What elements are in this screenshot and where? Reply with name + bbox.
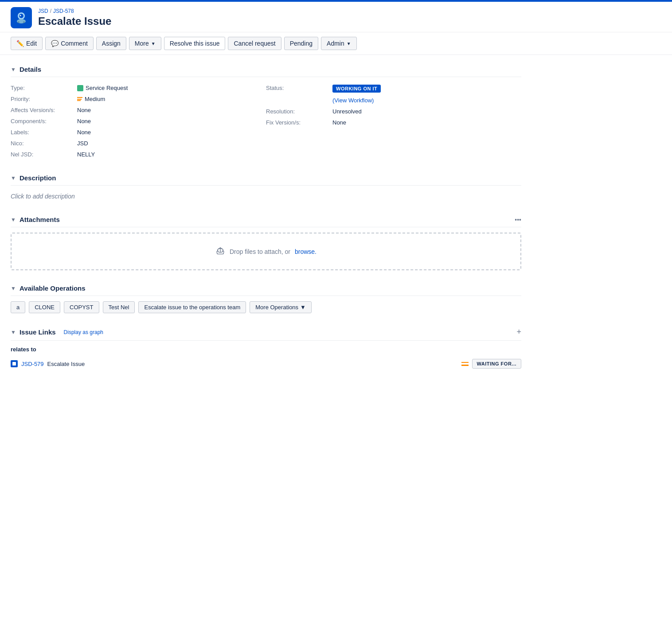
description-header: ▼ Description bbox=[11, 171, 521, 186]
ops-title: Available Operations bbox=[20, 284, 86, 292]
more-chevron-icon: ▼ bbox=[151, 41, 156, 46]
waiting-status-badge: WAITING FOR... bbox=[472, 359, 522, 369]
svg-point-2 bbox=[20, 15, 21, 16]
linked-issue-row: JSD-579 Escalate Issue WAITING FOR... bbox=[11, 356, 521, 371]
svg-point-5 bbox=[23, 21, 25, 23]
description-title: Description bbox=[20, 174, 56, 182]
display-graph-link[interactable]: Display as graph bbox=[64, 329, 103, 335]
view-workflow-link[interactable]: (View Workflow) bbox=[332, 97, 374, 104]
details-right-col: Status: WORKING ON IT (View Workflow) Re… bbox=[266, 82, 521, 160]
page-title: Escalate Issue bbox=[38, 15, 111, 27]
pending-button[interactable]: Pending bbox=[284, 37, 318, 50]
attachments-more-icon[interactable]: ••• bbox=[515, 216, 521, 223]
svg-point-1 bbox=[19, 14, 23, 18]
description-toggle[interactable]: ▼ bbox=[11, 175, 16, 181]
op-escalate-button[interactable]: Escalate issue to the operations team bbox=[138, 301, 246, 313]
linked-issue-status: WAITING FOR... bbox=[461, 359, 522, 369]
issue-links-title: Issue Links bbox=[20, 328, 56, 336]
toolbar: ✏️ Edit 💬 Comment Assign More ▼ Resolve … bbox=[0, 32, 672, 55]
add-link-button[interactable]: + bbox=[516, 327, 521, 337]
cancel-request-button[interactable]: Cancel request bbox=[228, 37, 281, 50]
linked-issue-summary: Escalate Issue bbox=[47, 361, 85, 367]
ops-buttons: a CLONE COPYST Test Nel Escalate issue t… bbox=[11, 301, 521, 313]
op-clone-button[interactable]: CLONE bbox=[29, 301, 60, 313]
details-section: ▼ Details Type: Service Request Priority… bbox=[11, 62, 521, 160]
project-avatar bbox=[11, 7, 32, 28]
details-left-col: Type: Service Request Priority: Medium bbox=[11, 82, 266, 160]
comment-button[interactable]: 💬 Comment bbox=[45, 37, 94, 50]
project-link[interactable]: JSD bbox=[38, 8, 48, 14]
breadcrumb-separator: / bbox=[50, 8, 51, 14]
resolution-row: Resolution: Unresolved bbox=[266, 106, 521, 117]
priority-icon bbox=[77, 97, 82, 101]
status-badge: WORKING ON IT bbox=[332, 85, 381, 93]
edit-button[interactable]: ✏️ Edit bbox=[11, 37, 43, 50]
details-toggle[interactable]: ▼ bbox=[11, 66, 16, 73]
workflow-row: (View Workflow) bbox=[266, 95, 521, 106]
fix-version-row: Fix Version/s: None bbox=[266, 117, 521, 128]
op-a-button[interactable]: a bbox=[11, 301, 25, 313]
issue-links-toggle[interactable]: ▼ bbox=[11, 329, 16, 335]
attachments-dropzone[interactable]: Drop files to attach, or browse. bbox=[11, 233, 521, 270]
issue-links-header: ▼ Issue Links Display as graph + bbox=[11, 324, 521, 341]
nel-jsd-row: Nel JSD: NELLY bbox=[11, 149, 266, 160]
more-operations-button[interactable]: More Operations ▼ bbox=[250, 301, 312, 313]
edit-icon: ✏️ bbox=[16, 40, 24, 47]
status-row: Status: WORKING ON IT bbox=[266, 82, 521, 95]
details-title: Details bbox=[20, 66, 41, 73]
available-ops-header: ▼ Available Operations bbox=[11, 281, 521, 296]
page-header: JSD / JSD-578 Escalate Issue bbox=[0, 2, 672, 32]
affects-versions-row: Affects Version/s: None bbox=[11, 105, 266, 116]
op-testnel-button[interactable]: Test Nel bbox=[103, 301, 135, 313]
drop-text: Drop files to attach, or bbox=[230, 248, 290, 255]
nico-row: Nico: JSD bbox=[11, 138, 266, 149]
priority-row: Priority: Medium bbox=[11, 93, 266, 105]
issue-links-section: ▼ Issue Links Display as graph + relates… bbox=[11, 324, 521, 371]
resolve-button[interactable]: Resolve this issue bbox=[164, 37, 226, 50]
attachments-section: ▼ Attachments ••• Drop files to attach, … bbox=[11, 212, 521, 270]
linked-issue-key[interactable]: JSD-579 bbox=[21, 361, 44, 367]
labels-row: Labels: None bbox=[11, 127, 266, 138]
description-section: ▼ Description Click to add description bbox=[11, 171, 521, 202]
browse-link[interactable]: browse. bbox=[295, 248, 316, 255]
ops-toggle[interactable]: ▼ bbox=[11, 285, 16, 292]
components-row: Component/s: None bbox=[11, 116, 266, 127]
linked-issue-type-icon bbox=[11, 360, 18, 367]
attachments-title: Attachments bbox=[20, 216, 60, 223]
main-content: ▼ Details Type: Service Request Priority… bbox=[0, 55, 532, 389]
attachments-header: ▼ Attachments ••• bbox=[11, 212, 521, 227]
more-button[interactable]: More ▼ bbox=[129, 37, 161, 50]
comment-icon: 💬 bbox=[51, 40, 59, 47]
svg-rect-7 bbox=[12, 362, 16, 366]
svg-point-4 bbox=[18, 21, 20, 23]
linked-priority-icon bbox=[461, 362, 469, 366]
available-ops-section: ▼ Available Operations a CLONE COPYST Te… bbox=[11, 281, 521, 313]
type-row: Type: Service Request bbox=[11, 82, 266, 93]
admin-button[interactable]: Admin ▼ bbox=[321, 37, 357, 50]
assign-button[interactable]: Assign bbox=[96, 37, 126, 50]
upload-icon bbox=[215, 246, 225, 257]
op-copyst-button[interactable]: COPYST bbox=[64, 301, 99, 313]
details-header: ▼ Details bbox=[11, 62, 521, 77]
description-placeholder[interactable]: Click to add description bbox=[11, 191, 521, 202]
relates-to-label: relates to bbox=[11, 346, 521, 353]
breadcrumb-title: JSD / JSD-578 Escalate Issue bbox=[38, 8, 111, 27]
more-ops-chevron-icon: ▼ bbox=[300, 304, 306, 311]
attachments-toggle[interactable]: ▼ bbox=[11, 217, 16, 223]
issue-key-link[interactable]: JSD-578 bbox=[53, 8, 74, 14]
admin-chevron-icon: ▼ bbox=[347, 41, 351, 46]
breadcrumb: JSD / JSD-578 bbox=[38, 8, 111, 14]
service-request-icon bbox=[77, 85, 83, 91]
details-grid: Type: Service Request Priority: Medium bbox=[11, 82, 521, 160]
